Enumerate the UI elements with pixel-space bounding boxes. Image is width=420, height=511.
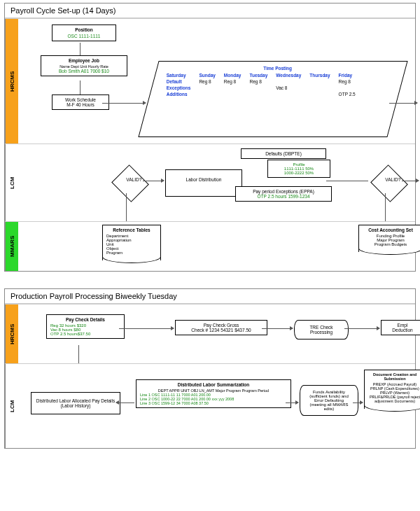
connector — [402, 181, 419, 181]
work-label: Work Schedule — [56, 97, 105, 102]
lane-label-hrcms: HRCMS — [5, 19, 18, 144]
lane-label-mmars: MMARS — [5, 222, 18, 271]
box-time-posting: Time Posting Saturday Sunday Monday Tues… — [138, 61, 407, 137]
doc-document-creation: Document Creation and Submission PREXP (… — [364, 370, 420, 409]
box-allocated-pay: Distributed Labor Allocated Pay Details … — [31, 392, 120, 414]
connector — [126, 193, 127, 221]
lane-mmars: MMARS Reference Tables Department Approp… — [5, 221, 415, 271]
lane-lcm: LCM VALID? Labor Distribution Defaults (… — [5, 144, 415, 221]
gross-label: Pay Check Gross — [179, 323, 263, 328]
connector — [143, 181, 164, 181]
connector — [78, 345, 79, 363]
docs-value: PREXP (Accrued Payroll) PRLNP (Cash Expe… — [368, 382, 420, 403]
eppa-value: OTP 2.5 hours 1599-1234 — [239, 194, 328, 199]
connector — [286, 402, 298, 403]
box-position: Position OSC 1111-1111 — [52, 24, 116, 41]
cyl-tre-check: TRE Check Processing — [294, 320, 349, 340]
box-profile: Profile 1111-1111 50% 1000-2222 50% — [267, 160, 330, 178]
work-value: M-F 40 Hours — [56, 102, 105, 107]
connector — [102, 103, 146, 104]
connector — [385, 193, 386, 221]
lane2-hrcms: HRCMS Pay Check Details Reg 32 hours $32… — [5, 304, 415, 363]
decision-valid-1: VALID? — [111, 164, 149, 202]
profile-value: Profile 1111-1111 50% 1000-2222 50% — [272, 162, 326, 175]
connector — [353, 402, 363, 403]
doc-cost-accounting: Cost Accounting Set Funding Profile Majo… — [358, 225, 420, 252]
empjob-label: Employee Job — [45, 58, 123, 63]
row-additions-label: Additions — [162, 91, 195, 97]
box-employee-job: Employee Job Name Dept Unit Hourly Rate … — [41, 55, 127, 76]
connector — [326, 181, 368, 181]
panel-title-2: Production Payroll Processing Biweekly T… — [5, 289, 415, 304]
day-sunday: Sunday — [195, 72, 219, 78]
cyl-funds-availability: Funds Availability (sufficient funds) an… — [300, 385, 358, 416]
day-friday: Friday — [335, 72, 360, 78]
doc-reference-tables: Reference Tables Department Appropriatio… — [102, 225, 161, 260]
gross-value: Check # 1234 54321 $437.50 — [179, 328, 263, 332]
connector — [262, 328, 293, 329]
connector — [344, 328, 379, 329]
lane2-lcm: LCM Distributed Labor Allocated Pay Deta… — [5, 363, 415, 448]
position-label: Position — [56, 27, 112, 32]
row-default-label: Default — [162, 78, 195, 85]
day-saturday: Saturday — [162, 72, 195, 78]
box-pay-check-details: Pay Check Details Reg 32 hours $320 Vac … — [46, 314, 125, 339]
eppa-label: Pay period Exceptions (EPPA) — [239, 189, 328, 194]
day-monday: Monday — [220, 72, 246, 78]
panel-production-payroll: Production Payroll Processing Biweekly T… — [4, 288, 416, 449]
day-wednesday: Wednesday — [272, 72, 305, 78]
lane-label-lcm: LCM — [5, 144, 18, 221]
docs-label: Document Creation and Submission — [368, 372, 420, 381]
box-labor-summarization: Distributed Labor Summarization DEPT APP… — [136, 379, 291, 408]
paycheck-value: Reg 32 hours $320 Vac 8 hours $80 OTP 2.… — [50, 323, 120, 336]
box-pay-check-gross: Pay Check Gross Check # 1234 54321 $437.… — [175, 320, 267, 335]
paycheck-label: Pay Check Details — [50, 317, 120, 322]
panel-title: Payroll Cycle Set-up (14 Days) — [5, 4, 415, 18]
connector — [389, 103, 417, 104]
decision-valid-2: VALID? — [370, 164, 408, 202]
box-labor-distribution: Labor Distribution — [165, 169, 242, 197]
timeposting-table: Saturday Sunday Monday Tuesday Wednesday… — [162, 72, 360, 97]
connector — [80, 80, 80, 94]
connector — [119, 328, 174, 329]
lane-label-lcm-2: LCM — [5, 364, 18, 448]
connector — [80, 43, 80, 55]
summ-label: Distributed Labor Summarization — [140, 382, 287, 387]
costacct-value: Funding Profile Major Program Program Bu… — [363, 234, 419, 246]
connector — [116, 402, 134, 403]
costacct-label: Cost Accounting Set — [363, 227, 419, 232]
lane-label-hrcms-2: HRCMS — [5, 304, 18, 363]
lane-hrcms: HRCMS Position OSC 1111-1111 Employee Jo… — [5, 18, 415, 144]
reftables-value: Department Appropriation Unit Object Pro… — [106, 234, 157, 255]
day-tuesday: Tuesday — [245, 72, 272, 78]
box-empl-deduction: Empl Deduction — [381, 320, 420, 335]
empjob-value: Bob Smith A01 7000 $10 — [45, 69, 123, 74]
summ-row-3: Line 3 OSC 1599-12 34 7000 A08 37.50 — [140, 401, 287, 405]
position-value: OSC 1111-1111 — [56, 34, 112, 38]
row-exceptions-label: Exceptions — [162, 85, 195, 91]
box-work-schedule: Work Schedule M-F 40 Hours — [52, 94, 109, 110]
day-thursday: Thursday — [305, 72, 334, 78]
box-eppa: Pay period Exceptions (EPPA) OTP 2.5 hou… — [235, 186, 332, 202]
panel-cycle-setup: Payroll Cycle Set-up (14 Days) HRCMS Pos… — [4, 3, 416, 272]
defaults-label: Defaults (DBPTE) — [245, 151, 322, 156]
reftables-label: Reference Tables — [106, 227, 157, 232]
timeposting-title: Time Posting — [162, 66, 393, 71]
box-defaults-dbpte: Defaults (DBPTE) — [241, 148, 326, 159]
